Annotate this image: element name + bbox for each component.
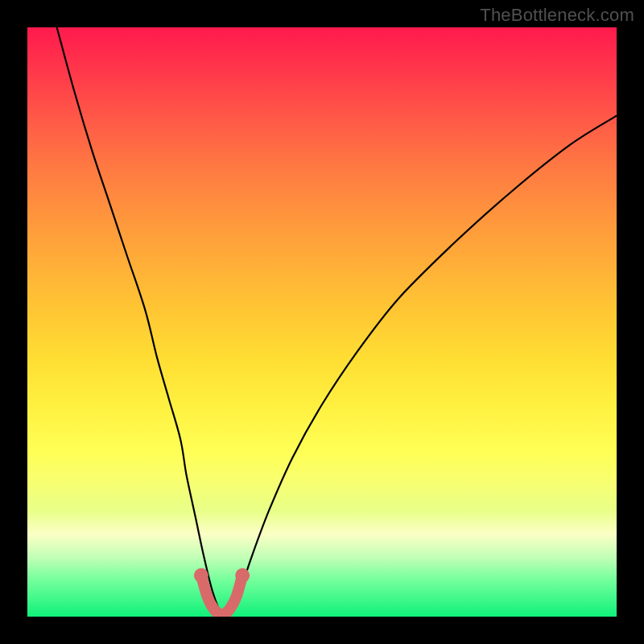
plot-area (27, 27, 617, 617)
bottleneck-curve (57, 27, 617, 617)
chart-svg (27, 27, 617, 617)
optimal-highlight-dots (194, 568, 250, 583)
highlight-endpoint (194, 568, 208, 583)
highlight-endpoint (235, 568, 250, 583)
watermark-text: TheBottleneck.com (480, 5, 634, 26)
optimal-highlight (201, 576, 242, 614)
